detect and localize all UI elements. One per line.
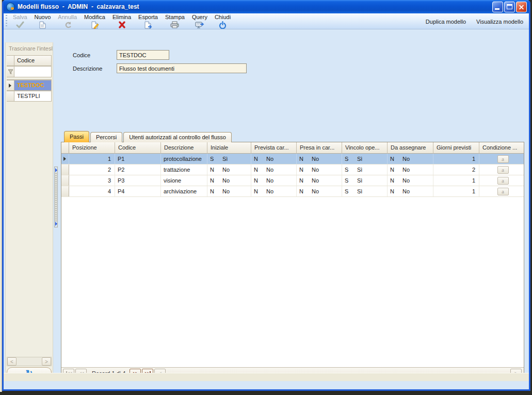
minimize-button[interactable] [492,2,503,12]
sidebar-column-header[interactable]: Codice [14,55,52,66]
cell-descrizione: trattazione [161,164,207,175]
nuovo-button[interactable]: Nuovo [31,13,55,29]
cell-iniziale: NNo [207,175,251,186]
column-header-posizione[interactable]: Posizione [69,142,115,154]
table-row[interactable]: 2 P2 trattazione NNo NNo NNo SSì NNo 2 a [61,164,524,175]
table-row[interactable]: 1 P1 protocollazione SSì NNo NNo SSì NNo… [61,154,524,164]
titlebar[interactable]: Modelli flusso - ADMIN - calzavara_test [4,0,529,13]
selected-row-arrow-icon [9,84,11,88]
cell-condizione: a [479,154,524,164]
splitter-arrow-icon [55,222,57,226]
column-header-codice[interactable]: Codice [115,142,161,154]
close-button[interactable] [516,2,527,12]
cell-condizione: a [479,186,524,196]
cell-codice: P3 [115,175,161,186]
column-header-descrizione[interactable]: Descrizione [161,142,207,154]
annulla-button[interactable]: Annulla [54,13,80,29]
sidebar-filter-input[interactable] [14,66,52,77]
cell-descrizione: visione [161,175,207,186]
column-header-prevista[interactable]: Prevista car... [251,142,297,154]
row-indicator [7,91,14,102]
duplica-modello-button[interactable]: Duplica modello [424,18,467,26]
new-document-icon [39,21,46,29]
modifica-button[interactable]: Modifica [80,13,109,29]
cell-posizione: 1 [69,154,115,164]
filter-funnel-icon [7,66,14,77]
splitter-arrow-icon [55,168,57,172]
query-button[interactable]: Query [188,13,211,29]
chiudi-button[interactable]: Chiudi [211,13,234,29]
maximize-button[interactable] [504,2,515,12]
grid-header-row: Posizione Codice Descrizione Iniziale Pr… [61,142,524,154]
sidebar-group-hint: Trascinare l'intesl [6,43,53,52]
app-globe-icon [6,3,15,11]
passi-tab-panel: Posizione Codice Descrizione Iniziale Pr… [61,142,524,380]
sidebar-filter-row [7,66,52,77]
cell-codice: P2 [115,164,161,175]
salva-button[interactable]: Salva [9,13,31,29]
codice-label: Codice [73,52,117,58]
scroll-right-button[interactable]: > [42,357,51,366]
column-header-iniziale[interactable]: Iniziale [207,142,251,154]
cell-prevista: NNo [251,154,297,164]
sidebar-item-testdoc[interactable]: TESTDOC [7,80,52,91]
power-icon [219,21,227,29]
sidebar-item-label[interactable]: TESTDOC [14,80,52,91]
condition-editor-button[interactable]: a [497,188,509,195]
esporta-button[interactable]: Esporta [135,13,162,29]
cell-iniziale: NNo [207,164,251,175]
cell-prevista: NNo [251,175,297,186]
cell-condizione: a [479,164,524,175]
tab-strip: Passi Percorsi Utenti autorizzati al con… [64,131,233,142]
visualizza-modello-button[interactable]: Visualizza modello [475,18,525,26]
codice-input[interactable] [117,50,169,60]
tab-percorsi[interactable]: Percorsi [90,132,122,142]
sidebar-header-row: Codice [7,55,52,66]
sidebar-item-label[interactable]: TESTPLI [14,91,52,102]
column-header-presa[interactable]: Presa in car... [297,142,342,154]
column-header-da-assegnare[interactable]: Da assegnare [388,142,433,154]
row-indicator [61,175,69,186]
descrizione-label: Descrizione [73,65,117,72]
cell-descrizione: archiviazione [161,186,207,196]
condition-editor-button[interactable]: a [497,155,509,163]
toolbar-right-group: Duplica modello Visualizza modello [424,13,525,29]
save-check-icon [16,21,24,29]
cell-descrizione: protocollazione [161,154,207,164]
sidebar-item-testpli[interactable]: TESTPLI [7,91,52,102]
minimize-icon [495,8,499,10]
cell-vincolo: SSì [342,154,388,164]
column-header-condizione[interactable]: Condizione ... [479,142,524,154]
condition-editor-button[interactable]: a [497,177,509,185]
row-indicator [61,186,69,196]
app-window: Modelli flusso - ADMIN - calzavara_test … [2,0,530,391]
sidebar-horizontal-scrollbar[interactable]: < > [7,357,52,366]
column-header-giorni[interactable]: Giorni previsti [433,142,479,154]
elimina-button[interactable]: Elimina [109,13,135,29]
client-area: Trascinare l'intesl Codice TESTDOC [4,29,529,381]
cell-giorni: 2 [433,164,479,175]
column-header-vincolo[interactable]: Vincolo ope... [342,142,388,154]
sidebar-grid: Codice TESTDOC TESTPLI [7,55,52,102]
tab-utenti-autorizzati[interactable]: Utenti autorizzati al controllo del flus… [123,132,232,142]
cell-posizione: 4 [69,186,115,196]
table-row[interactable]: 4 P4 archiviazione NNo NNo NNo SSì NNo 1… [61,186,524,197]
stampa-button[interactable]: Stampa [162,13,188,29]
table-row[interactable]: 3 P3 visione NNo NNo NNo SSì NNo 1 a [61,175,524,186]
delete-x-icon [118,21,126,29]
cell-posizione: 2 [69,164,115,175]
sidebar-panel: Trascinare l'intesl Codice TESTDOC [5,42,53,381]
tab-passi[interactable]: Passi [64,131,89,142]
window-title: Modelli flusso - ADMIN - calzavara_test [18,3,491,10]
cell-presa: NNo [297,175,342,186]
toolbar-grip[interactable] [5,15,9,27]
query-board-icon [195,21,204,29]
splitter-collapse-bar[interactable] [54,167,58,227]
descrizione-input[interactable] [117,63,247,73]
cell-vincolo: SSì [342,164,388,175]
condition-editor-button[interactable]: a [497,166,509,174]
cell-giorni: 1 [433,175,479,186]
scroll-left-button[interactable]: < [7,357,17,366]
main-panel: Codice Descrizione Passi Percorsi Utenti… [58,42,527,381]
cell-condizione: a [479,175,524,186]
